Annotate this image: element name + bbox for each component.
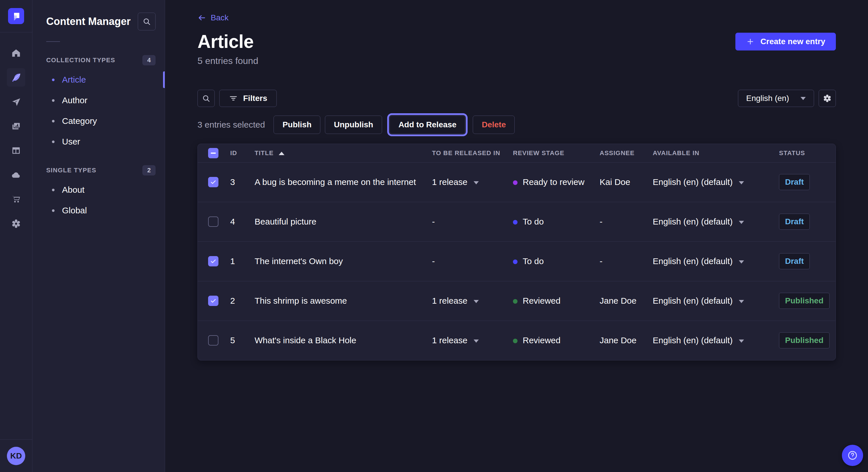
col-header-assignee[interactable]: ASSIGNEE — [599, 144, 652, 162]
nav-content-type-builder-button[interactable] — [7, 141, 25, 160]
cell-title[interactable]: This shrimp is awesome — [254, 281, 432, 321]
table-row[interactable]: 5 What's inside a Black Hole 1 release R… — [198, 321, 836, 360]
col-header-available[interactable]: AVAILABLE IN — [652, 144, 779, 162]
locale-select[interactable]: English (en) — [738, 90, 814, 107]
sidebar-item-category[interactable]: Category — [32, 111, 165, 131]
status-badge[interactable]: Draft — [779, 253, 810, 269]
bullet-icon — [52, 99, 55, 102]
row-checkbox[interactable] — [208, 256, 218, 266]
nav-marketplace-button[interactable] — [7, 190, 25, 208]
nav-settings-button[interactable] — [7, 214, 25, 233]
status-badge[interactable]: Draft — [779, 214, 810, 230]
publish-button[interactable]: Publish — [274, 115, 320, 134]
bullet-icon — [52, 78, 55, 81]
cell-review-stage[interactable]: Reviewed — [513, 281, 599, 321]
table-row[interactable]: 2 This shrimp is awesome 1 release Revie… — [198, 281, 836, 321]
cell-review-stage[interactable]: To do — [513, 241, 599, 281]
col-header-id[interactable]: ID — [230, 144, 254, 162]
content-manager-sidebar: Content Manager COLLECTION TYPES4Article… — [32, 0, 165, 472]
back-link[interactable]: Back — [197, 13, 228, 22]
strapi-logo[interactable] — [8, 8, 24, 24]
row-checkbox[interactable] — [208, 296, 218, 306]
sidebar-item-global[interactable]: Global — [32, 200, 165, 221]
status-badge[interactable]: Published — [779, 293, 830, 309]
chevron-down-icon — [739, 260, 744, 264]
cell-assignee: - — [599, 202, 652, 241]
chevron-down-icon — [739, 181, 744, 184]
stage-dot-icon — [513, 260, 518, 264]
cell-review-stage[interactable]: Ready to review — [513, 162, 599, 202]
list-search-button[interactable] — [197, 90, 215, 107]
sidebar-title: Content Manager — [46, 15, 131, 28]
locale-value: English (en) — [746, 94, 789, 103]
cell-available-in[interactable]: English (en) (default) — [652, 202, 779, 241]
nav-home-button[interactable] — [7, 44, 25, 62]
cell-title[interactable]: What's inside a Black Hole — [254, 321, 432, 360]
section-label: COLLECTION TYPES — [46, 57, 115, 64]
stage-dot-icon — [513, 299, 518, 304]
cell-released[interactable]: - — [432, 241, 513, 281]
cell-title[interactable]: The internet's Own boy — [254, 241, 432, 281]
user-avatar[interactable]: KD — [7, 447, 25, 465]
row-checkbox[interactable] — [208, 177, 218, 187]
row-checkbox[interactable] — [208, 335, 218, 345]
section-label: SINGLE TYPES — [46, 167, 96, 174]
delete-button[interactable]: Delete — [473, 115, 515, 134]
cell-available-in[interactable]: English (en) (default) — [652, 241, 779, 281]
unpublish-button[interactable]: Unpublish — [325, 115, 382, 134]
status-badge[interactable]: Draft — [779, 174, 810, 190]
table-row[interactable]: 1 The internet's Own boy - To do - Engli… — [198, 241, 836, 281]
gear-icon — [11, 218, 21, 229]
sidebar-item-user[interactable]: User — [32, 131, 165, 152]
nav-media-library-button[interactable] — [7, 117, 25, 135]
bullet-icon — [52, 209, 55, 212]
sidebar-item-author[interactable]: Author — [32, 90, 165, 111]
cell-released[interactable]: 1 release — [432, 162, 513, 202]
check-icon — [210, 179, 217, 186]
col-header-status[interactable]: STATUS — [779, 144, 836, 162]
select-all-checkbox[interactable] — [208, 148, 218, 158]
sidebar-item-about[interactable]: About — [32, 179, 165, 200]
table-row[interactable]: 3 A bug is becoming a meme on the intern… — [198, 162, 836, 202]
cell-title[interactable]: Beautiful picture — [254, 202, 432, 241]
chevron-down-icon — [474, 339, 479, 343]
rail-bottom: KD — [0, 439, 32, 472]
cell-released[interactable]: 1 release — [432, 281, 513, 321]
filters-button[interactable]: Filters — [219, 90, 277, 107]
chevron-down-icon — [801, 97, 806, 100]
row-checkbox[interactable] — [208, 216, 218, 227]
question-mark-icon — [847, 450, 858, 461]
sidebar-item-article[interactable]: Article — [32, 69, 165, 90]
cell-available-in[interactable]: English (en) (default) — [652, 162, 779, 202]
cell-released[interactable]: 1 release — [432, 321, 513, 360]
arrow-left-icon — [197, 13, 206, 22]
entries-table-card: ID TITLE TO BE RELEASED IN REVIEW STAGE … — [197, 144, 836, 361]
cell-review-stage[interactable]: To do — [513, 202, 599, 241]
cell-released[interactable]: - — [432, 202, 513, 241]
cell-available-in[interactable]: English (en) (default) — [652, 281, 779, 321]
strapi-logo-icon — [11, 11, 21, 21]
cell-title[interactable]: A bug is becoming a meme on the internet — [254, 162, 432, 202]
status-badge[interactable]: Published — [779, 332, 830, 348]
nav-content-manager-button[interactable] — [7, 68, 25, 87]
chevron-down-icon — [474, 181, 479, 184]
rail-divider — [0, 32, 32, 32]
content-types-search-button[interactable] — [138, 12, 156, 30]
add-to-release-button[interactable]: Add to Release — [390, 115, 465, 134]
col-header-stage[interactable]: REVIEW STAGE — [513, 144, 599, 162]
cell-assignee: Jane Doe — [599, 321, 652, 360]
cell-available-in[interactable]: English (en) (default) — [652, 321, 779, 360]
view-settings-button[interactable] — [818, 90, 836, 107]
chevron-down-icon — [474, 300, 479, 303]
cell-review-stage[interactable]: Reviewed — [513, 321, 599, 360]
table-row[interactable]: 4 Beautiful picture - To do - English (e… — [198, 202, 836, 241]
create-new-entry-button[interactable]: Create new entry — [735, 33, 836, 50]
sidebar-section: SINGLE TYPES2AboutGlobal — [32, 165, 165, 221]
col-header-title[interactable]: TITLE — [254, 144, 432, 162]
cell-id: 2 — [230, 281, 254, 321]
col-header-released[interactable]: TO BE RELEASED IN — [432, 144, 513, 162]
section-count-badge: 4 — [143, 55, 156, 65]
nav-cloud-button[interactable] — [7, 166, 25, 184]
nav-releases-button[interactable] — [7, 93, 25, 111]
help-button[interactable] — [842, 445, 863, 466]
